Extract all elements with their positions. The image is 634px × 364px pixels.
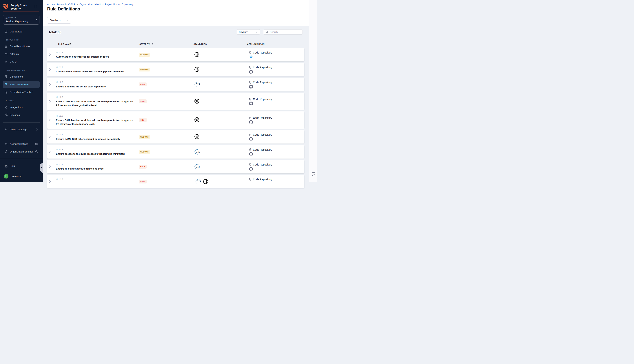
svg-text:CIS: CIS [197,180,201,182]
svg-text:CIS: CIS [196,83,200,86]
svg-text:CIS: CIS [196,165,200,168]
svg-text:CIS: CIS [196,150,200,153]
svg-text:?: ? [5,165,6,166]
